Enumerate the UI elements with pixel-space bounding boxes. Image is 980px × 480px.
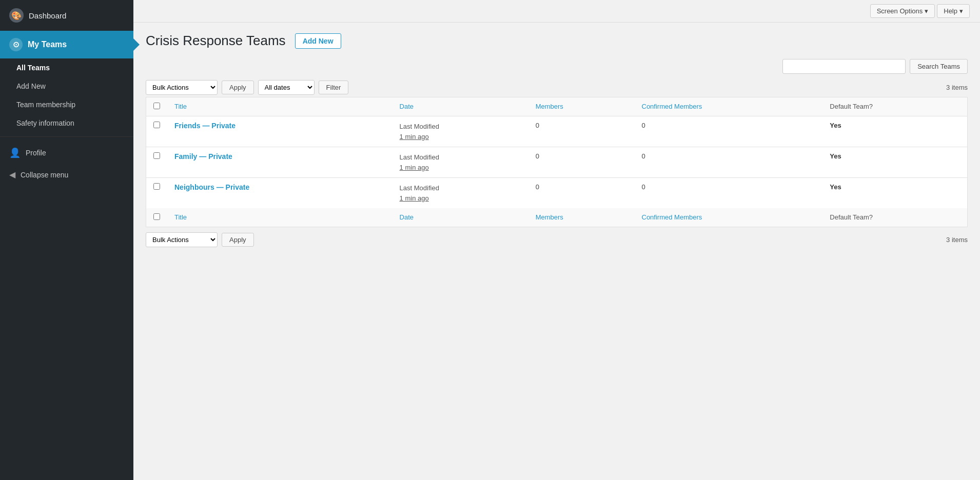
content-area: Crisis Response Teams Add New Search Tea… bbox=[133, 23, 980, 480]
header-checkbox-col bbox=[146, 97, 168, 116]
table-row: Family — Private Last Modified1 min ago … bbox=[146, 147, 968, 178]
help-button[interactable]: Help ▾ bbox=[937, 4, 970, 18]
row-checkbox-0[interactable] bbox=[153, 122, 160, 128]
date-modified-0: Last Modified1 min ago bbox=[400, 122, 521, 142]
screen-options-button[interactable]: Screen Options ▾ bbox=[870, 4, 935, 18]
header-title[interactable]: Title bbox=[167, 97, 393, 116]
topbar: Screen Options ▾ Help ▾ bbox=[133, 0, 980, 23]
search-teams-button[interactable]: Search Teams bbox=[910, 59, 968, 74]
team-name-link-2[interactable]: Neighbours — Private bbox=[174, 183, 249, 191]
select-all-checkbox-bottom[interactable] bbox=[153, 213, 160, 220]
date-modified-1: Last Modified1 min ago bbox=[400, 152, 521, 172]
sidebar-item-safety-information[interactable]: Safety information bbox=[0, 114, 133, 132]
row-default-team-0: Yes bbox=[822, 116, 967, 147]
team-name-link-1[interactable]: Family — Private bbox=[174, 152, 232, 161]
table-body: Friends — Private Last Modified1 min ago… bbox=[146, 116, 968, 209]
sidebar-profile[interactable]: 👤 Profile bbox=[0, 141, 133, 165]
date-filter-select[interactable]: All dates bbox=[258, 80, 315, 95]
row-checkbox-col bbox=[146, 178, 168, 209]
sidebar-my-teams-label: My Teams bbox=[28, 40, 67, 49]
header-confirmed-members[interactable]: Confirmed Members bbox=[635, 97, 823, 116]
header-default-team: Default Team? bbox=[822, 97, 967, 116]
footer-confirmed-members[interactable]: Confirmed Members bbox=[635, 208, 823, 227]
row-date-2: Last Modified1 min ago bbox=[393, 178, 528, 209]
footer-checkbox-col bbox=[146, 208, 168, 227]
profile-icon: 👤 bbox=[9, 147, 21, 158]
row-confirmed-members-2: 0 bbox=[635, 178, 823, 209]
sidebar-dashboard-label: Dashboard bbox=[29, 11, 66, 20]
date-ago-0: 1 min ago bbox=[400, 133, 429, 141]
my-teams-icon: ⊙ bbox=[9, 38, 23, 51]
row-confirmed-members-0: 0 bbox=[635, 116, 823, 147]
table-header: Title Date Members Confirmed Members Def… bbox=[146, 97, 968, 116]
table-controls-top: Bulk Actions Apply All dates Filter 3 it… bbox=[146, 80, 968, 95]
add-new-button[interactable]: Add New bbox=[295, 33, 341, 49]
help-chevron-icon: ▾ bbox=[959, 7, 963, 15]
row-checkbox-col bbox=[146, 147, 168, 178]
footer-members[interactable]: Members bbox=[528, 208, 635, 227]
table-controls-bottom: Bulk Actions Apply 3 items bbox=[146, 232, 968, 247]
footer-date[interactable]: Date bbox=[393, 208, 528, 227]
sidebar-my-teams[interactable]: ⊙ My Teams bbox=[0, 31, 133, 58]
row-members-0: 0 bbox=[528, 116, 635, 147]
help-label: Help bbox=[944, 7, 957, 15]
sidebar-profile-label: Profile bbox=[26, 149, 46, 157]
footer-default-team: Default Team? bbox=[822, 208, 967, 227]
main-content: Screen Options ▾ Help ▾ Crisis Response … bbox=[133, 0, 980, 480]
select-all-checkbox[interactable] bbox=[153, 103, 160, 109]
sidebar-divider bbox=[0, 136, 133, 137]
screen-options-chevron-icon: ▾ bbox=[925, 7, 928, 15]
search-input[interactable] bbox=[782, 59, 906, 74]
table-row: Neighbours — Private Last Modified1 min … bbox=[146, 178, 968, 209]
row-date-0: Last Modified1 min ago bbox=[393, 116, 528, 147]
apply-button-bottom[interactable]: Apply bbox=[222, 233, 254, 247]
bulk-actions-select-top[interactable]: Bulk Actions bbox=[146, 80, 218, 95]
page-header: Crisis Response Teams Add New bbox=[146, 33, 968, 49]
table-footer: Title Date Members Confirmed Members Def… bbox=[146, 208, 968, 227]
search-row: Search Teams bbox=[146, 59, 968, 74]
sidebar-dashboard[interactable]: 🎨 Dashboard bbox=[0, 0, 133, 31]
sidebar-my-teams-section: ⊙ My Teams bbox=[0, 31, 133, 58]
row-confirmed-members-1: 0 bbox=[635, 147, 823, 178]
row-members-2: 0 bbox=[528, 178, 635, 209]
teams-table: Title Date Members Confirmed Members Def… bbox=[146, 97, 968, 227]
date-ago-2: 1 min ago bbox=[400, 194, 429, 202]
sidebar-sub-menu: All Teams Add New Team membership Safety… bbox=[0, 58, 133, 132]
items-count-bottom: 3 items bbox=[946, 236, 968, 244]
row-title-1: Family — Private bbox=[167, 147, 393, 178]
items-count-top: 3 items bbox=[946, 84, 968, 91]
bulk-actions-select-bottom[interactable]: Bulk Actions bbox=[146, 232, 218, 247]
row-checkbox-1[interactable] bbox=[153, 152, 160, 159]
filter-button[interactable]: Filter bbox=[319, 81, 349, 94]
sidebar-item-add-new[interactable]: Add New bbox=[0, 77, 133, 95]
row-default-team-2: Yes bbox=[822, 178, 967, 209]
sidebar: 🎨 Dashboard ⊙ My Teams All Teams Add New… bbox=[0, 0, 133, 480]
sidebar-item-all-teams[interactable]: All Teams bbox=[0, 58, 133, 77]
screen-options-label: Screen Options bbox=[877, 7, 923, 15]
date-ago-1: 1 min ago bbox=[400, 164, 429, 171]
collapse-icon: ◀ bbox=[9, 170, 15, 179]
sidebar-collapse[interactable]: ◀ Collapse menu bbox=[0, 165, 133, 185]
team-name-link-0[interactable]: Friends — Private bbox=[174, 122, 236, 130]
table-footer-row: Title Date Members Confirmed Members Def… bbox=[146, 208, 968, 227]
table-header-row: Title Date Members Confirmed Members Def… bbox=[146, 97, 968, 116]
table-row: Friends — Private Last Modified1 min ago… bbox=[146, 116, 968, 147]
dashboard-icon: 🎨 bbox=[9, 8, 24, 23]
row-title-0: Friends — Private bbox=[167, 116, 393, 147]
apply-button-top[interactable]: Apply bbox=[222, 81, 254, 94]
sidebar-item-team-membership[interactable]: Team membership bbox=[0, 95, 133, 114]
row-date-1: Last Modified1 min ago bbox=[393, 147, 528, 178]
row-checkbox-col bbox=[146, 116, 168, 147]
date-modified-2: Last Modified1 min ago bbox=[400, 183, 521, 203]
row-default-team-1: Yes bbox=[822, 147, 967, 178]
header-date[interactable]: Date bbox=[393, 97, 528, 116]
row-title-2: Neighbours — Private bbox=[167, 178, 393, 209]
footer-title[interactable]: Title bbox=[167, 208, 393, 227]
header-members[interactable]: Members bbox=[528, 97, 635, 116]
row-checkbox-2[interactable] bbox=[153, 183, 160, 190]
row-members-1: 0 bbox=[528, 147, 635, 178]
page-title: Crisis Response Teams bbox=[146, 33, 286, 49]
sidebar-collapse-label: Collapse menu bbox=[21, 171, 68, 179]
